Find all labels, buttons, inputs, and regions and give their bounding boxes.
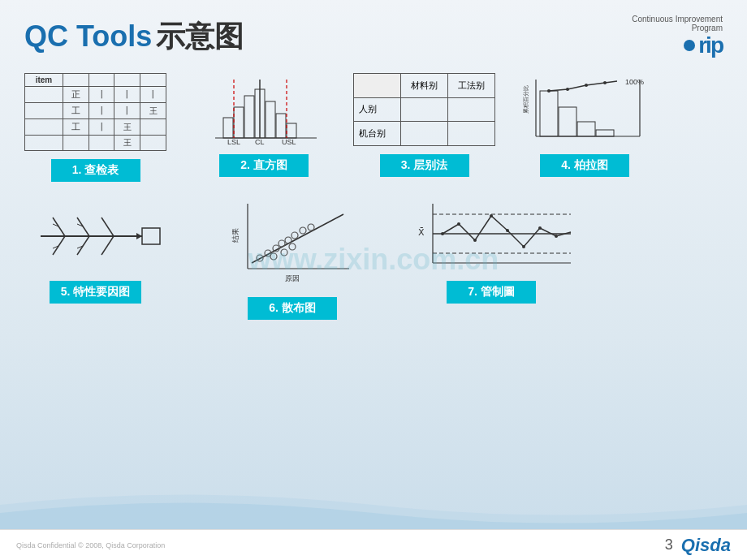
svg-text:原因: 原因 — [285, 274, 300, 282]
tool-5-fishbone: 5. 特性要因图 — [24, 200, 166, 304]
svg-rect-19 — [540, 91, 558, 136]
tool-7-control: X̄ — [410, 200, 572, 304]
control-svg: X̄ — [410, 200, 581, 273]
svg-rect-20 — [559, 107, 576, 136]
page-number: 3 — [665, 536, 673, 554]
svg-point-69 — [555, 235, 558, 238]
svg-point-68 — [538, 226, 542, 230]
svg-text:累积百分比: 累积百分比 — [523, 85, 529, 114]
strat-table-diagram: 材料别 工法别 人别 机台别 — [353, 73, 495, 146]
svg-point-48 — [279, 240, 285, 247]
check-table-header: item — [25, 74, 63, 87]
svg-point-23 — [547, 89, 551, 93]
page-title: QC Tools 示意图 — [24, 17, 244, 57]
tool-3-label: 3. 层别法 — [380, 154, 469, 177]
scatter-svg: 结果 原因 — [223, 200, 361, 289]
header: QC Tools 示意图 Continuous Improvement Prog… — [0, 0, 747, 65]
svg-point-62 — [441, 232, 444, 235]
footer: Qisda Confidential © 2008, Qisda Corpora… — [0, 529, 747, 560]
svg-text:USL: USL — [282, 138, 296, 146]
svg-point-53 — [281, 249, 287, 256]
svg-point-49 — [285, 237, 291, 243]
strat-col2: 工法别 — [448, 74, 495, 98]
tool-7-label: 7. 管制圖 — [447, 281, 536, 304]
svg-marker-28 — [136, 233, 142, 239]
fishbone-svg — [24, 200, 166, 273]
tool-6-scatter: 结果 原因 — [223, 200, 361, 320]
svg-text:X̄: X̄ — [418, 227, 425, 237]
svg-point-64 — [473, 239, 477, 242]
tool-4-label: 4. 柏拉图 — [540, 154, 629, 177]
tool-5-label: 5. 特性要因图 — [50, 281, 142, 304]
svg-point-67 — [522, 245, 525, 248]
tool-1-checktable: item 正 丨 丨 丨 工 丨 丨 王 — [24, 73, 166, 182]
pareto-svg: 100% 累积百分比 — [520, 73, 650, 146]
svg-point-63 — [457, 222, 460, 226]
wave-decoration — [0, 480, 747, 529]
tool-4-pareto: 100% 累积百分比 4. 柏拉图 — [520, 73, 650, 177]
check-table-diagram: item 正 丨 丨 丨 工 丨 丨 王 — [24, 73, 166, 151]
svg-point-25 — [585, 84, 588, 87]
qisda-brand: Qisda — [681, 535, 731, 556]
svg-text:结果: 结果 — [231, 228, 240, 243]
svg-rect-21 — [577, 122, 595, 136]
svg-point-66 — [506, 229, 509, 232]
strat-col1: 材料别 — [401, 74, 448, 98]
svg-line-33 — [53, 236, 65, 255]
svg-point-26 — [603, 81, 607, 84]
tool-1-label: 1. 查检表 — [51, 159, 140, 182]
svg-line-32 — [101, 218, 114, 236]
svg-point-24 — [566, 88, 569, 91]
svg-point-54 — [289, 243, 296, 250]
svg-line-35 — [101, 236, 114, 255]
tool-6-label: 6. 散布图 — [248, 297, 337, 320]
title-cn: 示意图 — [156, 19, 244, 53]
svg-rect-29 — [142, 228, 160, 244]
svg-line-31 — [77, 218, 89, 236]
footer-copyright: Qisda Confidential © 2008, Qisda Corpora… — [16, 541, 165, 549]
svg-rect-6 — [276, 114, 286, 138]
tool-2-label: 2. 直方图 — [219, 154, 309, 177]
svg-point-51 — [300, 227, 306, 234]
logo-abbr: rip — [698, 32, 723, 58]
logo-rip: rip — [684, 32, 723, 58]
main-content: item 正 丨 丨 丨 工 丨 丨 王 — [0, 73, 747, 320]
logo-circle-icon — [684, 40, 695, 51]
svg-point-50 — [291, 232, 298, 239]
histogram-diagram: LSL CL USL — [199, 73, 329, 146]
svg-rect-1 — [223, 118, 233, 138]
histogram-svg: LSL CL USL — [199, 73, 329, 146]
svg-point-65 — [490, 214, 493, 218]
pareto-diagram: 100% 累积百分比 — [520, 73, 650, 146]
logo-cip-text: Continuous Improvement Program — [632, 15, 723, 32]
svg-rect-2 — [234, 107, 244, 138]
scatter-diagram: 结果 原因 — [223, 200, 361, 289]
svg-rect-7 — [287, 123, 296, 138]
svg-rect-5 — [266, 101, 275, 138]
svg-point-55 — [270, 253, 277, 260]
fishbone-diagram — [24, 200, 166, 273]
row2-tools: 5. 特性要因图 结果 原因 — [24, 200, 723, 320]
wave-svg — [0, 480, 747, 529]
svg-rect-3 — [244, 96, 254, 138]
svg-text:LSL: LSL — [227, 138, 240, 146]
strat-row2: 机台别 — [354, 122, 401, 146]
logo-area: Continuous Improvement Program rip — [632, 15, 723, 58]
svg-rect-22 — [596, 130, 614, 136]
svg-text:CL: CL — [255, 138, 265, 146]
strat-row1: 人别 — [354, 97, 401, 122]
control-diagram: X̄ — [410, 200, 572, 273]
svg-line-30 — [53, 218, 65, 236]
tool-3-stratification: 材料别 工法别 人别 机台别 3. 层别法 — [353, 73, 495, 177]
svg-text:100%: 100% — [625, 78, 644, 86]
svg-line-34 — [77, 236, 89, 255]
tool-2-histogram: LSL CL USL 2. 直方图 — [199, 73, 329, 177]
title-en: QC Tools — [24, 19, 152, 53]
svg-point-52 — [308, 224, 314, 230]
footer-right: 3 Qisda — [665, 535, 731, 556]
row1-tools: item 正 丨 丨 丨 工 丨 丨 王 — [24, 73, 723, 182]
